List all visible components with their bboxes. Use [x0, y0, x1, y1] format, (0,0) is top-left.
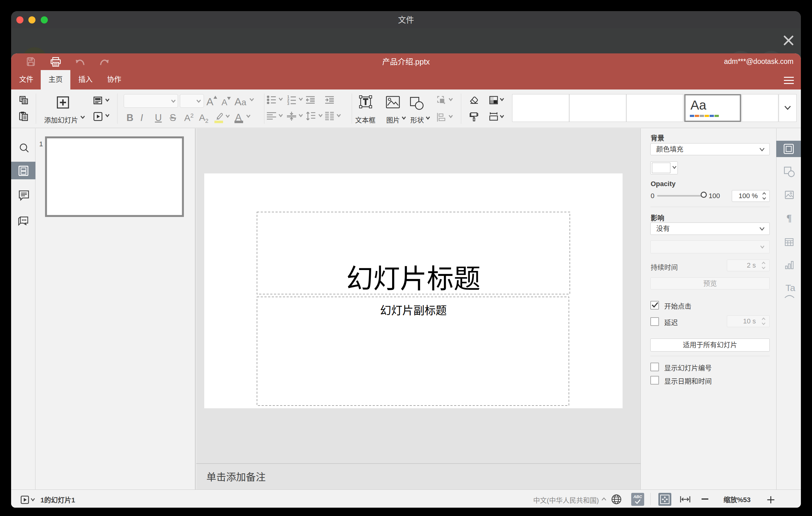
svg-text:3: 3	[287, 102, 289, 105]
